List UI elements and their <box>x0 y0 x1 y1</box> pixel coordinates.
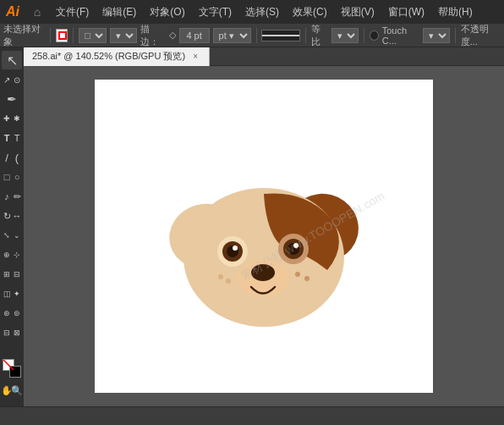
home-icon[interactable]: ⌂ <box>25 0 49 24</box>
tab-filename: 258.ai* @ 140.52% (RGB/GPU 预览) <box>32 50 185 63</box>
tool-row-2: ✚ ✱ <box>2 109 22 128</box>
menu-window[interactable]: 窗口(W) <box>381 0 431 24</box>
svg-point-14 <box>218 274 223 279</box>
stroke-line <box>262 35 299 36</box>
blend-tool[interactable]: ⊛ <box>2 304 12 323</box>
warp-tool[interactable]: ⌄ <box>12 226 22 245</box>
menu-help[interactable]: 帮助(H) <box>431 0 479 24</box>
delete-anchor-tool[interactable]: ✱ <box>12 109 22 128</box>
stroke-select[interactable]: ▾ <box>110 28 137 43</box>
type-vertical-tool[interactable]: T <box>12 129 22 147</box>
status-bar <box>0 406 504 425</box>
touch-select[interactable]: ▾ <box>423 28 450 43</box>
svg-line-0 <box>3 360 14 370</box>
direct-select-tool[interactable]: ↗ <box>2 70 12 89</box>
toolbar-divider-5 <box>364 28 364 43</box>
toolbar-divider-2 <box>73 28 74 43</box>
menu-edit[interactable]: 编辑(E) <box>96 0 143 24</box>
stroke-icon: ◇ <box>169 30 176 41</box>
stroke-unit-select[interactable]: pt ▾ <box>213 28 251 43</box>
scale-tool[interactable]: ⤡ <box>2 226 12 245</box>
color-tools: ✋ 🔍 <box>2 359 22 403</box>
stroke-size-input[interactable] <box>179 28 210 43</box>
touch-label: Touch C... <box>382 25 419 46</box>
main-area: ↖ ↗ ⊙ ✒ ✚ ✱ T T / ( □ ○ ♪ ✏ <box>0 47 504 406</box>
artboard-tool[interactable]: ⊠ <box>12 323 22 342</box>
mesh-tool[interactable]: ⊟ <box>12 265 22 284</box>
brush-tool[interactable]: ♪ <box>2 187 12 206</box>
toolbar-divider-1 <box>50 28 51 43</box>
stroke-style-select[interactable]: □ <box>79 28 107 43</box>
menu-bar: Ai ⌂ 文件(F) 编辑(E) 对象(O) 文字(T) 选择(S) 效果(C)… <box>0 0 504 24</box>
tool-row-rotate: ↻ ↔ <box>2 207 22 225</box>
menu-view[interactable]: 视图(V) <box>334 0 381 24</box>
color-dot <box>370 30 379 41</box>
line-tool[interactable]: / <box>2 148 12 167</box>
app-logo: Ai <box>0 0 25 24</box>
tool-row-perspective: ⊞ ⊟ <box>2 265 22 284</box>
svg-point-8 <box>233 246 238 251</box>
left-toolbar: ↖ ↗ ⊙ ✒ ✚ ✱ T T / ( □ ○ ♪ ✏ <box>0 47 24 406</box>
perspective-tool[interactable]: ⊞ <box>2 265 12 284</box>
tool-row-graph: ⊟ ⊠ <box>2 323 22 342</box>
toolbar-divider-3 <box>256 28 257 43</box>
tool-row-brush: ♪ ✏ <box>2 187 22 206</box>
red-slash-icon <box>3 360 14 370</box>
canvas[interactable]: 素材公社 www.TOOOPEN.com <box>24 66 504 406</box>
zoom-label: 等比 <box>311 23 328 48</box>
selection-tool[interactable]: ↖ <box>2 51 22 69</box>
pencil-tool[interactable]: ✏ <box>12 187 22 206</box>
svg-point-17 <box>304 276 310 281</box>
zoom-select[interactable]: ▾ <box>331 28 359 43</box>
svg-point-16 <box>295 272 300 277</box>
gradient-tool[interactable]: ◫ <box>2 284 12 303</box>
stroke-preview <box>261 30 300 41</box>
type-tool[interactable]: T <box>2 129 12 147</box>
tab-close-button[interactable]: × <box>190 52 200 62</box>
graph-tool[interactable]: ⊟ <box>2 323 12 342</box>
zoom-tool[interactable]: 🔍 <box>12 381 22 400</box>
selection-label: 未选择对象 <box>3 23 45 48</box>
pen-tool[interactable]: ✒ <box>2 90 22 108</box>
rect-tool[interactable]: □ <box>2 168 12 186</box>
white-canvas: 素材公社 www.TOOOPEN.com <box>95 80 433 393</box>
menu-object[interactable]: 对象(O) <box>143 0 191 24</box>
lasso-tool[interactable]: ⊙ <box>12 70 22 89</box>
menu-select[interactable]: 选择(S) <box>238 0 286 24</box>
toolbar-divider-6 <box>455 28 456 43</box>
add-anchor-tool[interactable]: ✚ <box>2 109 12 128</box>
svg-point-11 <box>293 243 299 248</box>
tool-row-line: / ( <box>2 148 22 167</box>
toolbar: 未选择对象 □ ▾ 描边： ◇ pt ▾ 等比 ▾ Touch C... ▾ 不… <box>0 24 504 47</box>
toolbar-divider-4 <box>305 28 306 43</box>
free-transform-tool[interactable]: ⊹ <box>12 246 22 264</box>
tool-row-scale: ⤡ ⌄ <box>2 226 22 245</box>
dog-illustration <box>141 126 386 346</box>
svg-point-15 <box>226 279 231 284</box>
canvas-area: 258.ai* @ 140.52% (RGB/GPU 预览) × <box>24 47 504 406</box>
ellipse-tool[interactable]: ○ <box>12 168 22 186</box>
tool-row-shape: □ ○ <box>2 168 22 186</box>
tool-row-hand: ✋ 🔍 <box>2 381 22 400</box>
menu-items: 文件(F) 编辑(E) 对象(O) 文字(T) 选择(S) 效果(C) 视图(V… <box>49 0 479 24</box>
shape-builder-tool[interactable]: ⊕ <box>2 246 12 264</box>
menu-effect[interactable]: 效果(C) <box>286 0 334 24</box>
svg-point-13 <box>251 264 275 281</box>
menu-type[interactable]: 文字(T) <box>192 0 238 24</box>
stroke-label: 描边： <box>140 23 165 48</box>
tool-row-1: ↗ ⊙ <box>2 70 22 89</box>
arc-tool[interactable]: ( <box>12 148 22 167</box>
menu-file[interactable]: 文件(F) <box>49 0 96 24</box>
eyedropper-tool[interactable]: ✦ <box>12 284 22 303</box>
opacity-label: 不透明度... <box>461 23 501 48</box>
symbol-tool[interactable]: ⊜ <box>12 304 22 323</box>
tool-row-type: T T <box>2 129 22 147</box>
canvas-tab[interactable]: 258.ai* @ 140.52% (RGB/GPU 预览) × <box>24 47 210 66</box>
fill-color-box[interactable] <box>56 29 68 42</box>
fill-stroke-indicator[interactable] <box>3 359 21 378</box>
tool-row-gradient: ◫ ✦ <box>2 284 22 303</box>
none-indicator <box>3 360 14 370</box>
reflect-tool[interactable]: ↔ <box>12 207 22 225</box>
tool-row-blend: ⊛ ⊜ <box>2 304 22 323</box>
rotate-tool[interactable]: ↻ <box>2 207 12 225</box>
